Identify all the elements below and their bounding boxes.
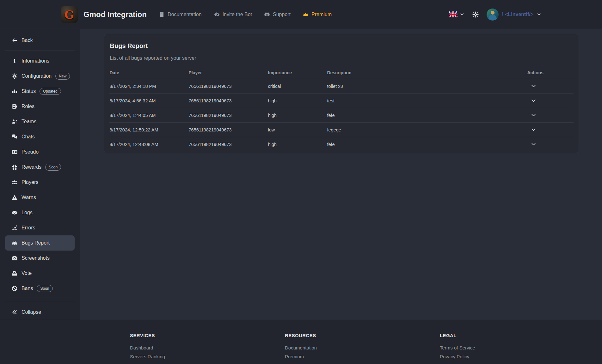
nav-link-invite-the-bot[interactable]: Invite the Bot [214,11,252,17]
person-flag-icon [11,118,18,125]
nav-link-premium[interactable]: Premium [303,11,332,17]
sidebar-item-bugs-report[interactable]: Bugs Report [5,235,75,251]
cell-date: 8/17/2024, 2:34:18 PM [109,79,188,94]
footer-link-servers-ranking[interactable]: Servers Ranking [130,352,285,361]
sidebar-item-bans[interactable]: Bans Soon [5,281,75,296]
table-row: 8/17/2024, 12:48:08 AM 76561198219049673… [109,137,574,152]
cell-player: 76561198219049673 [188,123,268,137]
brand-title: Gmod Integration [83,10,147,19]
chevron-down-icon [537,12,541,17]
cell-player: 76561198219049673 [188,108,268,123]
brand-logo[interactable]: G [61,6,78,23]
sidebar-item-screenshots[interactable]: Screenshots [5,251,75,266]
crown-icon [303,11,309,17]
column-header-date: Date [109,66,188,79]
gear-icon [11,73,18,79]
cell-description: toilet x3 [327,79,527,94]
table-row: 8/17/2024, 12:50:22 AM 76561198219049673… [109,123,574,137]
sidebar-badge: Soon [37,285,52,292]
sidebar-item-pseudo[interactable]: Pseudo [5,144,75,160]
cell-date: 8/17/2024, 12:50:22 AM [109,123,188,137]
nav-link-label: Documentation [168,12,202,17]
sidebar-item-label: Bans [22,286,33,291]
camera-icon [11,255,18,261]
nav-link-support[interactable]: Support [264,11,291,17]
sidebar-badge: Soon [45,164,61,171]
sidebar-item-back[interactable]: Back [5,33,75,48]
footer-link-privacy-policy[interactable]: Privacy Policy [440,352,595,361]
bugs-table: DatePlayerImportanceDescriptionActions 8… [109,66,574,152]
sidebar: Back Informations Configuration New Stat… [0,29,80,320]
id-badge-icon [11,103,18,110]
theme-toggle-button[interactable] [472,11,479,18]
row-expand-button[interactable] [530,141,537,148]
sidebar-item-label: Status [22,88,36,94]
divider [5,51,75,51]
sidebar-item-players[interactable]: Players [5,175,75,190]
sidebar-item-informations[interactable]: Informations [5,53,75,69]
navbar-links: DocumentationInvite the BotSupportPremiu… [159,11,332,17]
sidebar-item-teams[interactable]: Teams [5,114,75,129]
chevron-down-icon [460,12,464,17]
user-name: ! <Linventif/> [502,12,533,17]
sidebar-item-roles[interactable]: Roles [5,99,75,114]
comments-icon [11,134,18,140]
sidebar-item-label: Bugs Report [22,240,50,246]
gift-icon [11,164,18,170]
cell-date: 8/17/2024, 12:48:08 AM [109,137,188,152]
user-menu[interactable]: ! <Linventif/> [487,9,541,21]
page-title: Bugs Report [110,42,572,50]
sun-icon [472,11,479,18]
meteor-icon [11,225,18,231]
footer-link-premium[interactable]: Premium [285,352,440,361]
row-expand-button[interactable] [530,82,537,90]
main-content: Bugs Report List of all bugs reported on… [80,29,602,320]
sidebar-item-label: Teams [22,119,36,124]
cell-player: 76561198219049673 [188,137,268,152]
sidebar-badge: New [55,73,70,80]
user-avatar [487,9,499,21]
row-expand-button[interactable] [530,97,537,104]
sidebar-badge: Updated [40,88,61,95]
sidebar-item-status[interactable]: Status Updated [5,84,75,99]
users-icon [11,179,18,185]
sidebar-item-collapse[interactable]: Collapse [5,305,75,320]
sidebar-item-label: Chats [22,134,35,140]
vote-ballot-icon [11,270,18,276]
cell-importance: high [268,137,327,152]
cell-description: test [327,94,527,108]
column-header-importance: Importance [268,66,327,79]
sidebar-item-label: Pseudo [22,149,39,155]
footer-link-support[interactable]: Support [285,361,440,364]
footer-link-terms-of-service[interactable]: Terms of Service [440,343,595,352]
angles-left-icon [11,309,18,315]
column-header-player: Player [188,66,268,79]
footer-link-documentation[interactable]: Documentation [285,343,440,352]
discord-icon [264,11,270,17]
book-icon [159,11,165,17]
column-header-description: Description [327,66,527,79]
nav-link-documentation[interactable]: Documentation [159,11,202,17]
cell-description: fegege [327,123,527,137]
sidebar-item-warns[interactable]: Warns [5,190,75,205]
sidebar-item-rewards[interactable]: Rewards Soon [5,160,75,175]
cell-player: 76561198219049673 [188,94,268,108]
footer-column-resources: RESOURCES DocumentationPremiumSupport [285,333,440,364]
sidebar-item-label: Informations [22,58,49,64]
bugs-report-card: Bugs Report List of all bugs reported on… [104,34,578,153]
language-selector[interactable] [449,11,464,17]
sidebar-item-chats[interactable]: Chats [5,129,75,144]
row-expand-button[interactable] [530,112,537,119]
row-expand-button[interactable] [530,126,537,133]
nav-link-label: Support [273,12,291,17]
sidebar-item-label: Rewards [22,164,41,170]
cell-importance: low [268,123,327,137]
info-icon [11,58,18,64]
sidebar-item-vote[interactable]: Vote [5,266,75,281]
sidebar-item-configuration[interactable]: Configuration New [5,69,75,84]
nav-link-label: Premium [311,12,332,17]
footer-link-dashboard[interactable]: Dashboard [130,343,285,352]
sidebar-item-logs[interactable]: Logs [5,205,75,220]
sidebar-item-label: Players [22,179,38,185]
sidebar-item-errors[interactable]: Errors [5,220,75,235]
